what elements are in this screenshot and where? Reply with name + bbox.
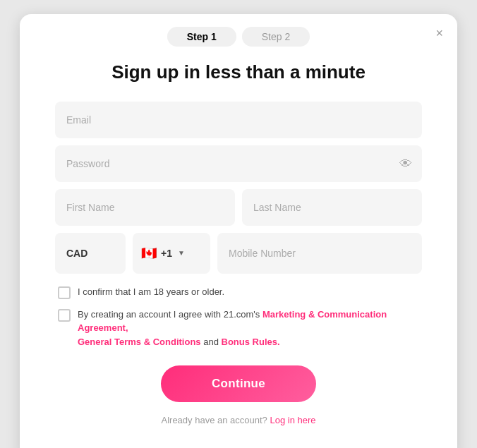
login-row: Already have an account? Log in here (55, 415, 422, 425)
and-text: and (201, 337, 222, 347)
currency-box: CAD (55, 233, 126, 274)
login-link[interactable]: Log in here (270, 415, 315, 425)
close-button[interactable]: × (435, 27, 443, 40)
name-row (55, 189, 422, 226)
email-group (55, 102, 422, 138)
agreement-item: By creating an account I agree with 21.c… (58, 308, 419, 349)
flag-icon: 🇨🇦 (141, 246, 157, 261)
email-field[interactable] (55, 102, 422, 138)
agreement-prefix: By creating an account I agree with 21.c… (78, 309, 262, 320)
modal-content: Sign up in less than a minute 👁 CAD 🇨🇦 +… (20, 54, 457, 440)
step-1-tab[interactable]: Step 1 (167, 27, 236, 47)
password-field[interactable] (55, 145, 422, 182)
age-checkbox[interactable] (58, 286, 71, 299)
chevron-down-icon: ▼ (178, 249, 185, 257)
phone-row: CAD 🇨🇦 +1 ▼ (55, 233, 422, 274)
password-group: 👁 (55, 145, 422, 182)
lastname-field[interactable] (242, 189, 422, 226)
login-prompt: Already have an account? (162, 415, 270, 425)
step-2-tab[interactable]: Step 2 (242, 27, 310, 47)
age-confirm-item: I confirm that I am 18 years or older. (58, 285, 419, 299)
terms-link[interactable]: General Terms & Conditions (78, 337, 201, 347)
agreement-checkbox[interactable] (58, 309, 71, 322)
continue-button[interactable]: Continue (161, 365, 316, 402)
country-selector[interactable]: 🇨🇦 +1 ▼ (133, 233, 210, 274)
mobile-field[interactable] (217, 233, 422, 274)
firstname-field[interactable] (55, 189, 235, 226)
country-code: +1 (161, 248, 172, 259)
age-confirm-label: I confirm that I am 18 years or older. (78, 285, 224, 299)
password-toggle-icon[interactable]: 👁 (399, 156, 412, 171)
bonus-link[interactable]: Bonus Rules. (222, 337, 280, 347)
agreement-label: By creating an account I agree with 21.c… (78, 308, 419, 349)
checkboxes-section: I confirm that I am 18 years or older. B… (55, 285, 422, 349)
signup-modal: Step 1 Step 2 × Sign up in less than a m… (20, 14, 457, 448)
step-bar: Step 1 Step 2 (20, 14, 457, 54)
page-title: Sign up in less than a minute (55, 61, 422, 85)
